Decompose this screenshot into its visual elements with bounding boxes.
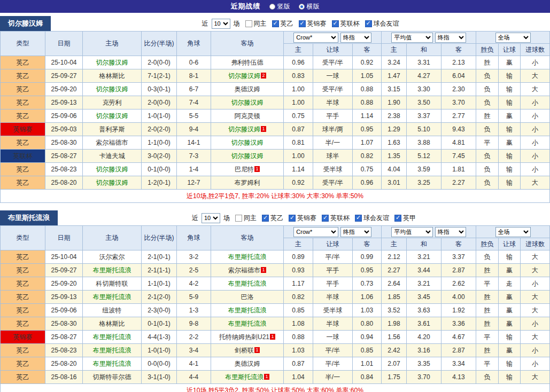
match-score[interactable]: 7-1(2-1) [142, 69, 177, 83]
away-team-link[interactable]: 奥德汉姆 [235, 85, 260, 93]
match-score[interactable]: 2-1(2-0) [142, 291, 177, 304]
checkbox-icon[interactable] [235, 215, 242, 222]
away-team-link[interactable]: 布里斯托流浪 [225, 373, 264, 381]
home-team-link[interactable]: 布里斯托流浪 [93, 333, 131, 341]
matches-count-select[interactable]: 10 [212, 19, 230, 29]
home-team-link[interactable]: 切尔滕汉姆 [96, 179, 128, 186]
asia-final-odds-select[interactable]: 终指 [340, 33, 371, 43]
radio-vertical-option[interactable]: 竖版 [269, 2, 290, 11]
match-score[interactable]: 3-1(1-0) [142, 371, 177, 384]
match-score[interactable]: 2-1(1-1) [142, 264, 177, 277]
checkbox-icon[interactable] [299, 20, 306, 27]
league-type-cell[interactable]: 英乙 [1, 277, 45, 291]
checkbox-icon[interactable] [262, 215, 269, 222]
league-type-cell[interactable]: 英乙 [1, 96, 45, 109]
home-team-link[interactable]: 切尔滕汉姆 [96, 85, 128, 93]
radio-horizontal-icon[interactable] [299, 4, 305, 10]
away-team-link[interactable]: 布罗姆利 [235, 179, 260, 186]
match-score[interactable]: 0-0(0-0) [142, 357, 177, 371]
home-team-link[interactable]: 沃尔索尔 [99, 253, 125, 261]
filter-option[interactable]: 英乙 [272, 19, 293, 28]
filter-option[interactable]: 英锦赛 [299, 19, 327, 28]
league-type-cell[interactable]: 英锦赛 [1, 331, 45, 344]
matches-count-select[interactable]: 10 [202, 213, 220, 223]
scope-select[interactable]: 全场 [495, 227, 531, 237]
bookmaker-select[interactable]: Crow* [293, 227, 338, 237]
checkbox-icon[interactable] [355, 215, 362, 222]
radio-horizontal-option[interactable]: 横版 [299, 2, 320, 11]
checkbox-icon[interactable] [332, 20, 339, 27]
league-type-cell[interactable]: 英乙 [1, 83, 45, 96]
filter-option[interactable]: 同主 [245, 19, 267, 28]
league-type-cell[interactable]: 英乙 [1, 56, 45, 69]
match-score[interactable]: 3-0(2-0) [142, 150, 177, 163]
home-team-link[interactable]: 纽波特 [103, 307, 122, 314]
home-team-link[interactable]: 科切斯特联 [96, 280, 128, 287]
league-type-cell[interactable]: 英乙 [1, 291, 45, 304]
match-score[interactable]: 1-0(1-0) [142, 344, 177, 357]
away-team-link[interactable]: 阿克灵顿 [235, 112, 260, 120]
away-team-link[interactable]: 切尔滕汉姆 [231, 152, 264, 160]
home-team-link[interactable]: 切尔滕汉姆 [96, 59, 128, 66]
checkbox-icon[interactable] [289, 215, 296, 222]
league-type-cell[interactable]: 英乙 [1, 250, 45, 264]
league-type-cell[interactable]: 英锦赛 [1, 123, 45, 136]
filter-option[interactable]: 球会友谊 [355, 214, 389, 223]
home-team-link[interactable]: 普利茅斯 [99, 126, 125, 133]
away-team-link[interactable]: 切尔滕汉姆 [228, 72, 260, 80]
euro-final-odds-select[interactable]: 终指 [435, 33, 466, 43]
league-type-cell[interactable]: 英乙 [1, 109, 45, 123]
checkbox-icon[interactable] [394, 215, 401, 222]
away-team-link[interactable]: 巴洛 [241, 293, 254, 301]
home-team-link[interactable]: 布里斯托流浪 [93, 347, 131, 354]
match-score[interactable]: 2-0(2-0) [142, 123, 177, 136]
home-team-link[interactable]: 格林斯比 [99, 320, 125, 327]
home-team-link[interactable]: 切尔滕汉姆 [96, 166, 128, 173]
league-type-cell[interactable]: 英乙 [1, 136, 45, 150]
match-score[interactable]: 2-1(0-1) [142, 250, 177, 264]
away-team-link[interactable]: 索尔福德市 [228, 266, 260, 274]
away-team-link[interactable]: 布里斯托流浪 [228, 320, 267, 327]
away-team-link[interactable]: 切尔滕汉姆 [231, 99, 264, 106]
match-score[interactable]: 4-4(1-3) [142, 331, 177, 344]
home-team-link[interactable]: 切斯特菲尔德 [93, 373, 131, 381]
league-type-cell[interactable]: 英乙 [1, 371, 45, 384]
league-type-cell[interactable]: 英乙 [1, 357, 45, 371]
checkbox-icon[interactable] [245, 20, 252, 27]
euro-final-odds-select[interactable]: 终指 [435, 227, 466, 237]
checkbox-icon[interactable] [365, 20, 372, 27]
away-team-link[interactable]: 剑桥联 [235, 347, 254, 354]
match-score[interactable]: 1-0(1-0) [142, 109, 177, 123]
league-type-cell[interactable]: 英乙 [1, 264, 45, 277]
bookmaker-select[interactable]: Crow* [293, 33, 338, 43]
average-odds-select[interactable]: 平均值 [391, 33, 433, 43]
filter-option[interactable]: 英锦赛 [289, 214, 316, 223]
home-team-link[interactable]: 克劳利 [103, 99, 122, 106]
home-team-link[interactable]: 布里斯托流浪 [93, 360, 131, 367]
filter-option[interactable]: 英联杯 [332, 19, 360, 28]
away-team-link[interactable]: 托特纳姆热刺U21 [219, 333, 269, 341]
home-team-link[interactable]: 切尔滕汉姆 [96, 112, 128, 120]
league-type-cell[interactable]: 英乙 [1, 69, 45, 83]
away-team-link[interactable]: 切尔滕汉姆 [228, 126, 260, 133]
filter-option[interactable]: 球会友谊 [365, 19, 399, 28]
home-team-link[interactable]: 索尔福德市 [96, 139, 128, 146]
filter-option[interactable]: 同主 [235, 214, 257, 223]
match-score[interactable]: 1-1(0-0) [142, 136, 177, 150]
match-score[interactable]: 0-1(0-1) [142, 317, 177, 331]
scope-select[interactable]: 全场 [495, 33, 531, 43]
home-team-link[interactable]: 布里斯托流浪 [93, 293, 131, 301]
filter-option[interactable]: 英乙 [262, 214, 283, 223]
away-team-link[interactable]: 切尔滕汉姆 [231, 139, 264, 146]
away-team-link[interactable]: 布里斯托流浪 [228, 253, 267, 261]
home-team-link[interactable]: 布里斯托流浪 [93, 266, 131, 274]
away-team-link[interactable]: 布里斯托流浪 [228, 307, 267, 314]
filter-option[interactable]: 英甲 [394, 214, 416, 223]
league-type-cell[interactable]: 英乙 [1, 304, 45, 317]
away-team-link[interactable]: 巴尼特 [235, 166, 254, 173]
league-type-cell[interactable]: 英乙 [1, 317, 45, 331]
filter-option[interactable]: 英联杯 [322, 214, 350, 223]
home-team-link[interactable]: 格林斯比 [99, 72, 125, 80]
average-odds-select[interactable]: 平均值 [391, 227, 433, 237]
match-score[interactable]: 1-1(0-1) [142, 277, 177, 291]
